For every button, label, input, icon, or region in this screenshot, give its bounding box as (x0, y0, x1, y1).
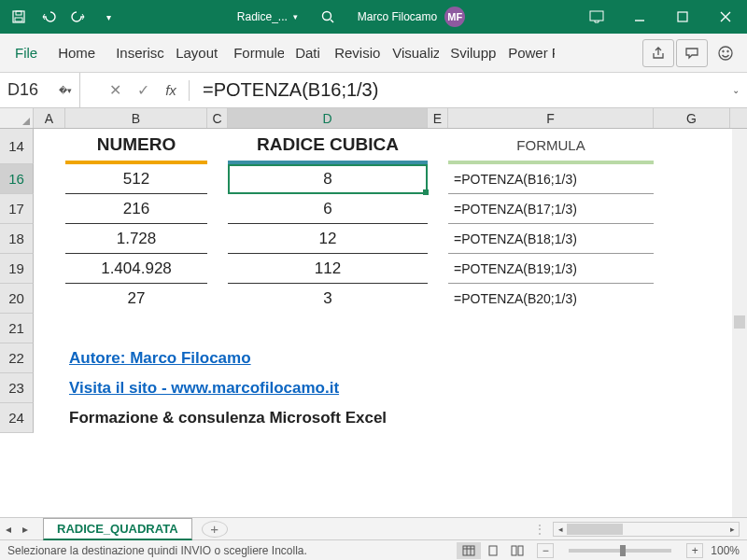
titlebar: ▾ Radice_... ▾ Marco Filocamo MF (0, 0, 747, 34)
svg-rect-12 (518, 546, 523, 555)
row-header[interactable]: 18 (0, 224, 34, 254)
cell-F20[interactable]: =POTENZA(B20;1/3) (448, 284, 654, 314)
enter-formula-icon[interactable]: ✓ (129, 73, 157, 107)
svg-rect-9 (463, 546, 474, 555)
svg-rect-11 (512, 546, 516, 555)
svg-rect-5 (678, 12, 687, 21)
redo-icon[interactable] (65, 4, 92, 30)
page-layout-view-icon[interactable] (481, 542, 505, 559)
user-name: Marco Filocamo (358, 10, 437, 23)
cell-B14[interactable]: NUMERO (65, 129, 207, 164)
col-header-E[interactable]: E (428, 108, 448, 128)
sheet-tab-bar: ◂ ▸ RADICE_QUADRATA + ⋮ ◂▸ (0, 517, 747, 539)
status-bar: Selezionare la destinazione quindi INVIO… (0, 539, 747, 560)
search-icon[interactable] (315, 4, 341, 30)
page-break-view-icon[interactable] (505, 542, 529, 559)
undo-icon[interactable] (35, 4, 62, 30)
maximize-button[interactable] (661, 0, 704, 34)
zoom-slider[interactable] (569, 549, 671, 553)
cell-B18[interactable]: 1.728 (65, 224, 207, 254)
cell-F19[interactable]: =POTENZA(B19;1/3) (448, 254, 654, 284)
author-link[interactable]: Autore: Marco Filocamo (69, 349, 251, 368)
zoom-in-button[interactable]: + (686, 543, 703, 558)
user-account[interactable]: Marco Filocamo MF (358, 7, 465, 27)
row-header[interactable]: 24 (0, 403, 34, 433)
col-header-D[interactable]: D (228, 108, 428, 128)
cell-F17[interactable]: =POTENZA(B17;1/3) (448, 194, 654, 224)
zoom-out-button[interactable]: − (537, 543, 554, 558)
select-all-corner[interactable] (0, 108, 34, 128)
ribbon-display-icon[interactable] (575, 0, 618, 34)
col-header-B[interactable]: B (65, 108, 207, 128)
tab-view[interactable]: Visualizz (383, 37, 439, 68)
col-header-A[interactable]: A (34, 108, 65, 128)
fx-icon[interactable]: fx (157, 73, 185, 107)
tab-data[interactable]: Dati (286, 37, 323, 68)
chevron-down-icon: �▾ (59, 86, 72, 95)
horizontal-scrollbar[interactable]: ◂▸ (553, 522, 740, 537)
cell-B17[interactable]: 216 (65, 194, 207, 224)
row-header[interactable]: 21 (0, 314, 34, 343)
name-box[interactable]: D16 �▾ (0, 73, 80, 107)
formula-bar: D16 �▾ ✕ ✓ fx ⌄ (0, 73, 747, 108)
tab-layout[interactable]: Layout d (166, 37, 222, 68)
cell-D14[interactable]: RADICE CUBICA (228, 129, 428, 164)
share-icon[interactable] (642, 39, 674, 67)
cell-D18[interactable]: 12 (228, 224, 428, 254)
row-header[interactable]: 14 (0, 129, 34, 164)
zoom-level[interactable]: 100% (711, 544, 740, 557)
row-header[interactable]: 23 (0, 373, 34, 403)
sheet-nav-next[interactable]: ▸ (17, 523, 34, 536)
add-sheet-button[interactable]: + (202, 521, 228, 538)
formula-input[interactable] (193, 73, 730, 107)
cell-D20[interactable]: 3 (228, 284, 428, 314)
row-header[interactable]: 16 (0, 164, 34, 194)
tab-file[interactable]: File (6, 37, 47, 68)
sheet-tab[interactable]: RADICE_QUADRATA (43, 518, 192, 540)
website-link[interactable]: Visita il sito - www.marcofilocamo.it (69, 379, 339, 398)
normal-view-icon[interactable] (457, 542, 481, 559)
svg-point-8 (727, 50, 729, 52)
svg-rect-4 (590, 11, 603, 21)
col-header-F[interactable]: F (448, 108, 654, 128)
spreadsheet-grid[interactable]: 14 NUMERO RADICE CUBICA FORMULA 16 512 8… (0, 129, 747, 517)
qat-customize-icon[interactable]: ▾ (95, 4, 121, 30)
tagline-text[interactable]: Formazione & consulenza Microsoft Excel (65, 403, 654, 433)
document-title[interactable]: Radice_... ▾ (237, 10, 298, 23)
tab-insert[interactable]: Inserisci (106, 37, 164, 68)
sheet-nav-prev[interactable]: ◂ (0, 523, 17, 536)
row-header[interactable]: 20 (0, 284, 34, 314)
cell-F18[interactable]: =POTENZA(B18;1/3) (448, 224, 654, 254)
vertical-scrollbar[interactable] (732, 129, 747, 517)
col-header-G[interactable]: G (654, 108, 730, 128)
tab-developer[interactable]: Sviluppo (441, 37, 497, 68)
tab-split-handle[interactable]: ⋮ (534, 523, 545, 536)
cell-B19[interactable]: 1.404.928 (65, 254, 207, 284)
row-header[interactable]: 19 (0, 254, 34, 284)
tab-formulas[interactable]: Formule (224, 37, 284, 68)
cell-F14[interactable]: FORMULA (448, 129, 654, 164)
cancel-formula-icon[interactable]: ✕ (101, 73, 129, 107)
cell-D19[interactable]: 112 (228, 254, 428, 284)
expand-formula-bar-icon[interactable]: ⌄ (730, 85, 747, 95)
cell-D17[interactable]: 6 (228, 194, 428, 224)
save-icon[interactable] (6, 4, 32, 30)
row-header[interactable]: 22 (0, 343, 34, 373)
tab-home[interactable]: Home (49, 37, 105, 68)
col-header-C[interactable]: C (207, 108, 228, 128)
svg-point-7 (723, 50, 725, 52)
tab-review[interactable]: Revision (325, 37, 381, 68)
row-header[interactable]: 17 (0, 194, 34, 224)
smiley-icon[interactable] (710, 39, 741, 67)
cell-F16[interactable]: =POTENZA(B16;1/3) (448, 164, 654, 194)
cell-B20[interactable]: 27 (65, 284, 207, 314)
cell-D16[interactable]: 8 (228, 164, 428, 194)
name-box-value: D16 (7, 80, 38, 100)
tab-powerpivot[interactable]: Power P (499, 37, 555, 68)
svg-point-3 (322, 12, 331, 21)
cell-B16[interactable]: 512 (65, 164, 207, 194)
column-headers: A B C D E F G (0, 108, 747, 129)
comments-icon[interactable] (676, 39, 708, 67)
close-button[interactable] (704, 0, 747, 34)
minimize-button[interactable] (618, 0, 661, 34)
